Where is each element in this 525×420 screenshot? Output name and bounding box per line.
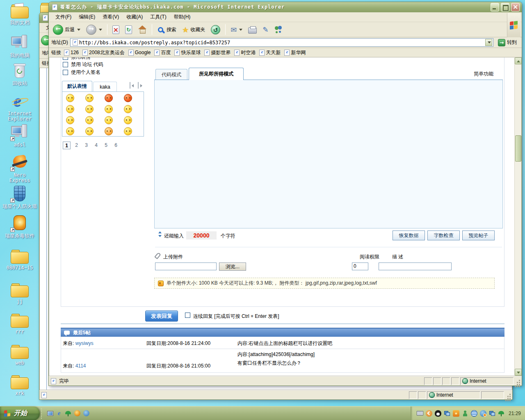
smiley-prev-icon[interactable] (130, 82, 130, 89)
quicklaunch-internet-explorer[interactable] (55, 409, 64, 418)
menu-item[interactable]: 编辑(E) (75, 12, 98, 22)
desktop-icon-recycle-bin[interactable]: 回收站 (2, 62, 37, 86)
forward-dropdown-icon[interactable] (99, 29, 102, 31)
smiley-page-4[interactable]: 4 (92, 142, 100, 149)
link-item[interactable]: 天天新 (258, 49, 281, 56)
desktop-icon-folder[interactable]: 080714~15 (2, 247, 37, 271)
emoticon-cool[interactable] (66, 116, 74, 124)
tray-qq-icon[interactable] (435, 410, 441, 417)
continue-reply-checkbox[interactable] (185, 313, 190, 318)
link-item[interactable]: 时空港 (233, 49, 256, 56)
simple-mode-link[interactable]: 简单功能 (474, 71, 493, 78)
tray-green-umbrella-icon[interactable] (498, 410, 504, 417)
tray-collapse-chevron-icon[interactable] (426, 410, 432, 417)
tab-wysiwyg-mode[interactable]: 所见即所得模式 (189, 68, 244, 80)
link-item[interactable]: 百度 (153, 49, 171, 56)
resize-grip[interactable] (515, 378, 521, 384)
tray-green-buddy-icon[interactable] (462, 410, 468, 417)
desktop-icon-folder[interactable]: rrr (2, 311, 37, 335)
menu-item[interactable]: 查看(V) (99, 12, 122, 22)
smiley-page-2[interactable]: 2 (73, 142, 80, 149)
tray-network-2-icon[interactable] (489, 410, 495, 417)
emoticon-smile[interactable] (105, 105, 113, 113)
desktop-icon-folder[interactable]: jj (2, 281, 37, 304)
emoticon-sad[interactable] (124, 105, 132, 113)
link-item[interactable]: 126 (63, 50, 79, 56)
close-button[interactable] (511, 3, 520, 11)
scroll-down-icon[interactable] (515, 369, 522, 376)
link-item[interactable]: 2008北京奥运会 (81, 49, 125, 56)
go-button[interactable]: 转到 (495, 39, 519, 47)
titlebar[interactable]: 看看怎么办 - 瑞星卡卡安全论坛bbs.ikaka.com - Microsof… (49, 2, 522, 12)
favorites-button[interactable]: 收藏夹 (180, 24, 208, 35)
edit-button[interactable] (260, 24, 271, 35)
desktop-icon-folder[interactable]: web (2, 342, 37, 366)
emoticon-tongue-wink[interactable] (66, 105, 74, 113)
emoticon-big-grin[interactable] (85, 116, 94, 124)
link-item[interactable]: 摄影世界 (203, 49, 231, 56)
tray-clock[interactable]: 21:29 (507, 411, 521, 416)
checkbox[interactable] (63, 62, 68, 67)
address-input[interactable]: http://bbs.ikaka.com/postreply.aspx?topi… (70, 38, 493, 47)
start-button[interactable]: 开始 (0, 406, 40, 420)
quicklaunch-media-player[interactable] (82, 409, 91, 418)
menu-item[interactable]: 收藏(A) (123, 12, 146, 22)
home-button[interactable] (135, 24, 149, 35)
scroll-thumb[interactable] (515, 135, 521, 162)
desktop-icon-shortcut-adsl[interactable]: adsl (2, 124, 37, 148)
emoticon-calm-orange[interactable] (105, 127, 113, 135)
desktop-icon-my-documents[interactable]: 我的文档 (2, 2, 37, 25)
mail-button[interactable] (228, 24, 245, 35)
emoticon-furious-red[interactable] (124, 94, 132, 102)
checkbox[interactable] (63, 70, 68, 75)
desktop-icon-nero-express[interactable]: Nero Express (2, 154, 37, 183)
tray-network-icon[interactable] (444, 410, 450, 417)
desktop-icon-rising-firewall[interactable]: 瑞星个人防火墙 (2, 185, 37, 209)
desktop-icon-internet-explorer[interactable]: eInternet Explorer (2, 93, 37, 122)
stop-button[interactable] (110, 24, 122, 35)
emoticon-smirk[interactable] (85, 127, 94, 135)
forward-button[interactable] (84, 23, 105, 36)
menu-item[interactable]: 工具(T) (147, 12, 169, 22)
address-dropdown[interactable] (485, 39, 492, 46)
quicklaunch-rising-lion[interactable] (73, 409, 82, 418)
link-item[interactable]: Google (127, 50, 151, 56)
back-button[interactable]: 后退 (50, 23, 83, 36)
vertical-scrollbar[interactable] (514, 57, 521, 376)
emoticon-surprised[interactable] (66, 94, 74, 102)
user-link[interactable]: 4114 (75, 363, 86, 369)
menu-item[interactable]: 文件(F) (52, 12, 75, 22)
emoticon-look-up[interactable] (124, 127, 132, 135)
desktop-icon-rising-antivirus[interactable]: 瑞星杀毒软件 (2, 215, 37, 239)
history-button[interactable] (208, 24, 223, 36)
scroll-up-icon[interactable] (515, 57, 522, 64)
refresh-button[interactable] (123, 24, 135, 35)
search-button[interactable]: 搜索 (155, 25, 179, 34)
desktop-icon-my-computer[interactable]: 我的电脑 (2, 34, 37, 58)
checkbox[interactable] (63, 57, 68, 60)
emoticon-giggle[interactable] (85, 94, 94, 102)
link-item[interactable]: 快乐星球 (173, 49, 201, 56)
smiley-tab-default[interactable]: 默认表情 (62, 81, 92, 91)
quicklaunch-rising-umbrella[interactable] (64, 409, 73, 418)
attachment-file-input[interactable] (155, 262, 217, 270)
back-dropdown-icon[interactable] (77, 29, 80, 31)
emoticon-sleepy-red[interactable] (105, 94, 113, 102)
smiley-next-icon[interactable] (138, 82, 139, 89)
emoticon-laugh[interactable] (85, 105, 94, 113)
ie-window[interactable]: 看看怎么办 - 瑞星卡卡安全论坛bbs.ikaka.com - Microsof… (48, 2, 522, 386)
smiley-page-6[interactable]: 6 (112, 142, 120, 149)
emoticon-shy[interactable] (124, 116, 132, 124)
option-disable-bbcode[interactable]: 禁用 论坛 代码 (63, 61, 103, 68)
tool-button[interactable]: 预览帖子 (462, 231, 495, 240)
tool-button[interactable]: 字数检查 (427, 231, 460, 240)
smiley-tab-kaka[interactable]: kaka (93, 82, 117, 91)
messenger-button[interactable] (272, 24, 285, 35)
wysiwyg-editor-area[interactable] (154, 80, 503, 228)
browse-button[interactable]: 浏览... (219, 262, 246, 271)
tray-internet-globe-icon[interactable] (480, 410, 486, 417)
desc-input[interactable] (379, 262, 452, 270)
quicklaunch-show-desktop[interactable] (46, 409, 55, 418)
option-use-signature[interactable]: 使用个人签名 (63, 68, 100, 76)
resize-grip[interactable] (506, 392, 511, 398)
